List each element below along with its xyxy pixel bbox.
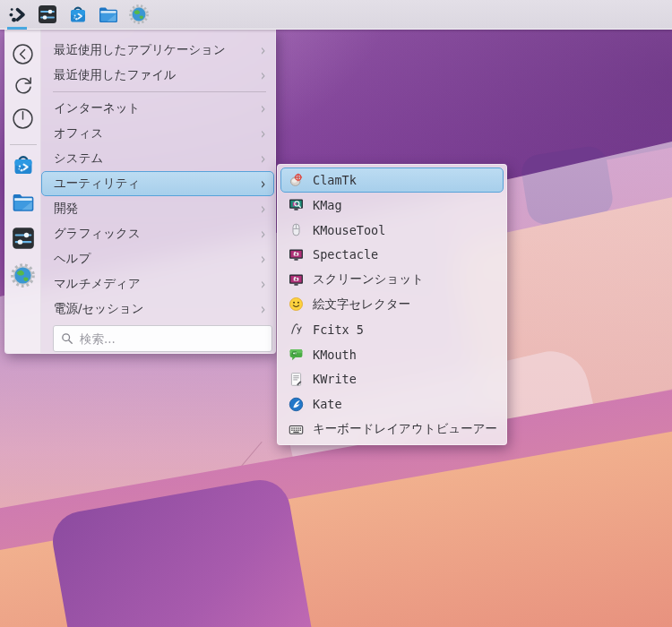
kate-editor-icon (289, 397, 304, 412)
web-browser-icon (11, 263, 35, 288)
menu-divider (53, 91, 266, 92)
app-label: スクリーンショット (313, 271, 424, 288)
dolphin-folder-icon (98, 4, 119, 24)
menu-item-label: 最近使用したファイル (54, 67, 260, 83)
app-label: 絵文字セレクター (313, 296, 410, 313)
emoji-selector-icon (289, 296, 304, 312)
discover-icon (68, 4, 88, 24)
chevron-right-icon: › (261, 42, 266, 58)
application-launcher-menu: 最近使用したアプリケーション › 最近使用したファイル › インターネット › … (4, 30, 276, 354)
favorite-discover-button[interactable] (11, 152, 36, 177)
sidebar-divider (10, 144, 37, 145)
active-task-indicator (7, 27, 27, 30)
kmousetool-icon (289, 222, 304, 237)
app-item-kmouth[interactable]: KMouth (280, 342, 504, 367)
file-manager-button[interactable] (95, 0, 122, 30)
app-item-spectacle[interactable]: Spectacle (280, 242, 504, 267)
app-label: KMouth (313, 348, 357, 362)
chevron-right-icon: › (261, 67, 266, 83)
shutdown-icon (12, 107, 34, 130)
menu-item-graphics[interactable]: グラフィックス › (41, 221, 274, 246)
web-browser-icon (129, 4, 149, 24)
menu-item-recent-files[interactable]: 最近使用したファイル › (41, 63, 274, 88)
menu-item-label: 最近使用したアプリケーション (54, 42, 260, 58)
chevron-right-icon: › (261, 150, 266, 167)
app-label: Fcitx 5 (313, 322, 364, 337)
menu-item-development[interactable]: 開発 › (41, 196, 274, 221)
chevron-right-icon: › (261, 226, 266, 242)
app-label: Kate (313, 397, 342, 411)
system-settings-icon (38, 4, 57, 24)
app-item-keyboard-layout-viewer[interactable]: キーボードレイアウトビューアー (280, 417, 504, 442)
search-icon (61, 332, 73, 345)
menu-item-label: システム (54, 150, 260, 167)
app-item-kate[interactable]: Kate (280, 391, 504, 417)
system-settings-icon (12, 227, 35, 250)
screenshot-icon (289, 272, 304, 288)
favorite-system-settings-button[interactable] (11, 226, 36, 251)
fcitx-input-method-icon (289, 322, 304, 337)
menu-item-office[interactable]: オフィス › (41, 121, 274, 146)
spectacle-screenshot-icon (289, 247, 304, 262)
menu-item-label: インターネット (54, 100, 260, 116)
restart-button[interactable] (10, 73, 37, 99)
menu-item-utilities[interactable]: ユーティリティ › (41, 171, 274, 196)
menu-item-system[interactable]: システム › (41, 146, 274, 171)
app-item-kwrite[interactable]: KWrite (280, 367, 504, 392)
go-back-button[interactable] (10, 40, 37, 67)
menu-item-help[interactable]: ヘルプ › (41, 246, 274, 271)
menu-item-label: グラフィックス (54, 226, 260, 242)
menu-item-multimedia[interactable]: マルチメディア › (41, 271, 274, 296)
favorite-web-browser-button[interactable] (11, 262, 36, 288)
menu-item-internet[interactable]: インターネット › (41, 96, 274, 121)
discover-icon (12, 153, 35, 176)
chevron-right-icon: › (261, 100, 266, 116)
app-item-fcitx5[interactable]: Fcitx 5 (280, 317, 504, 342)
application-launcher-icon (8, 5, 26, 23)
app-label: KMag (313, 198, 342, 212)
clamtk-virus-scanner-icon (289, 172, 304, 187)
shutdown-button[interactable] (10, 105, 37, 132)
application-launcher-button[interactable] (4, 0, 30, 30)
restart-icon (12, 74, 35, 98)
menu-item-label: マルチメディア (54, 276, 260, 292)
menu-item-label: ヘルプ (54, 251, 260, 267)
menu-item-label: 電源/セッション (54, 301, 260, 317)
kwrite-text-editor-icon (289, 372, 304, 387)
launcher-categories: 最近使用したアプリケーション › 最近使用したファイル › インターネット › … (41, 30, 275, 353)
web-browser-button[interactable] (125, 0, 152, 30)
kmag-magnifier-icon (289, 197, 304, 212)
app-item-screenshot[interactable]: スクリーンショット (280, 267, 504, 292)
menu-item-recent-applications[interactable]: 最近使用したアプリケーション › (41, 38, 274, 63)
chevron-right-icon: › (261, 251, 266, 267)
app-label: ClamTk (313, 173, 357, 187)
app-item-clamtk[interactable]: ClamTk (280, 167, 504, 193)
launcher-sidebar (5, 30, 41, 353)
chevron-right-icon: › (261, 201, 266, 217)
discover-button[interactable] (65, 0, 91, 30)
app-label: キーボードレイアウトビューアー (313, 421, 497, 437)
app-item-kmousetool[interactable]: KMouseTool (280, 218, 504, 243)
search-input[interactable] (80, 331, 264, 346)
chevron-right-icon: › (261, 125, 266, 142)
menu-item-label: オフィス (54, 125, 260, 142)
app-item-emoji-selector[interactable]: 絵文字セレクター (280, 292, 504, 317)
search-field (53, 325, 272, 352)
app-item-kmag[interactable]: KMag (280, 193, 504, 218)
chevron-right-icon: › (261, 176, 266, 192)
menu-item-power-session[interactable]: 電源/セッション › (41, 296, 274, 322)
chevron-right-icon: › (261, 276, 266, 292)
utilities-submenu: ClamTk KMag KMouseTool (277, 164, 507, 445)
app-label: Spectacle (313, 247, 378, 262)
go-back-icon (12, 43, 34, 65)
chevron-right-icon: › (261, 301, 266, 317)
menu-item-label: ユーティリティ (54, 176, 260, 192)
system-settings-button[interactable] (34, 0, 61, 30)
favorite-file-manager-button[interactable] (11, 189, 36, 214)
app-label: KWrite (313, 372, 357, 386)
top-panel (0, 0, 672, 30)
kmouth-speech-icon (289, 347, 304, 362)
dolphin-folder-icon (11, 191, 36, 213)
app-label: KMouseTool (313, 223, 385, 237)
keyboard-layout-viewer-icon (289, 422, 304, 437)
